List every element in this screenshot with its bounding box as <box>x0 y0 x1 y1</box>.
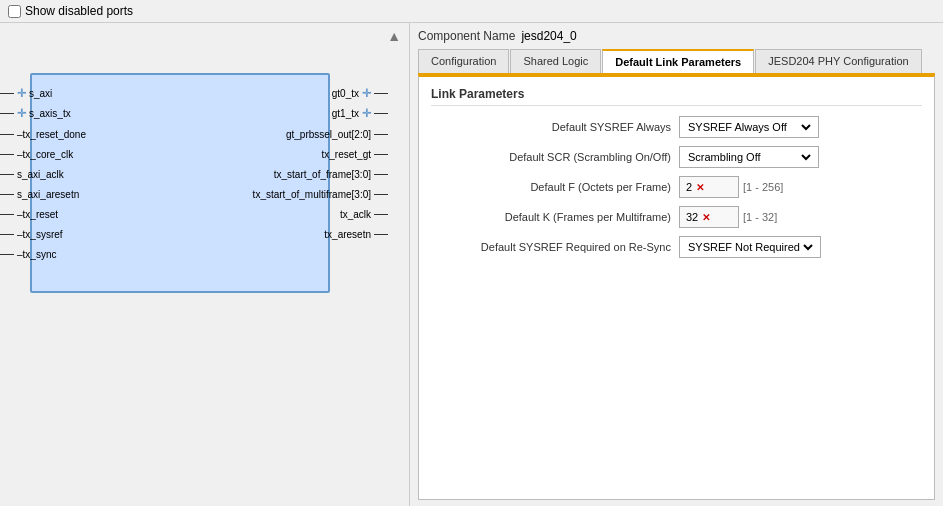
k-value: 32 <box>686 211 698 223</box>
f-input-box[interactable]: 2 ✕ <box>679 176 739 198</box>
port-tx-start-of-frame: tx_start_of_frame[3:0] <box>274 169 388 180</box>
param-control-k: 32 ✕ [1 - 32] <box>679 206 777 228</box>
port-tx-sysref: –tx_sysref <box>0 229 63 240</box>
f-clear-btn[interactable]: ✕ <box>696 182 704 193</box>
scr-select-box[interactable]: Scrambling Off Scrambling On <box>679 146 819 168</box>
param-control-scr: Scrambling Off Scrambling On <box>679 146 819 168</box>
param-control-f: 2 ✕ [1 - 256] <box>679 176 783 198</box>
top-bar: Show disabled ports <box>0 0 943 23</box>
k-range-hint: [1 - 32] <box>743 211 777 223</box>
port-tx-reset: –tx_reset <box>0 209 58 220</box>
component-name-row: Component Name jesd204_0 <box>418 29 935 43</box>
f-value: 2 <box>686 181 692 193</box>
port-tx-core-clk: –tx_core_clk <box>0 149 73 160</box>
param-row-sysref-resync: Default SYSREF Required on Re-Sync SYSRE… <box>431 236 922 258</box>
tabs-bar: Configuration Shared Logic Default Link … <box>418 49 935 75</box>
param-control-sysref-resync: SYSREF Not Required SYSREF Required <box>679 236 821 258</box>
sysref-resync-select[interactable]: SYSREF Not Required SYSREF Required <box>684 240 816 254</box>
show-disabled-ports-label: Show disabled ports <box>25 4 133 18</box>
tab-configuration[interactable]: Configuration <box>418 49 509 73</box>
param-label-f: Default F (Octets per Frame) <box>431 181 671 193</box>
param-row-f: Default F (Octets per Frame) 2 ✕ [1 - 25… <box>431 176 922 198</box>
sysref-resync-select-box[interactable]: SYSREF Not Required SYSREF Required <box>679 236 821 258</box>
sysref-always-select[interactable]: SYSREF Always Off SYSREF Always On <box>684 120 814 134</box>
param-row-scr: Default SCR (Scrambling On/Off) Scrambli… <box>431 146 922 168</box>
param-label-scr: Default SCR (Scrambling On/Off) <box>431 151 671 163</box>
scroll-up-arrow[interactable]: ▲ <box>387 28 401 44</box>
param-label-k: Default K (Frames per Multiframe) <box>431 211 671 223</box>
show-disabled-ports-row: Show disabled ports <box>8 4 133 18</box>
tab-default-link-parameters[interactable]: Default Link Parameters <box>602 49 754 73</box>
port-gt-prbssel-out: gt_prbssel_out[2:0] <box>286 129 388 140</box>
param-label-sysref-resync: Default SYSREF Required on Re-Sync <box>431 241 671 253</box>
left-panel: ▲ ▶ ◀ ✛ s_axi <box>0 23 410 506</box>
main-content: ▲ ▶ ◀ ✛ s_axi <box>0 23 943 506</box>
f-range-hint: [1 - 256] <box>743 181 783 193</box>
scr-select[interactable]: Scrambling Off Scrambling On <box>684 150 814 164</box>
k-clear-btn[interactable]: ✕ <box>702 212 710 223</box>
section-title: Link Parameters <box>431 87 922 106</box>
config-panel: Link Parameters Default SYSREF Always SY… <box>418 75 935 500</box>
param-row-sysref-always: Default SYSREF Always SYSREF Always Off … <box>431 116 922 138</box>
port-s-axi: ✛ s_axi <box>0 87 52 100</box>
port-tx-start-of-multiframe: tx_start_of_multiframe[3:0] <box>253 189 388 200</box>
port-s-axi-aclk: s_axi_aclk <box>0 169 64 180</box>
port-tx-aclk: tx_aclk <box>340 209 388 220</box>
port-tx-reset-gt: tx_reset_gt <box>322 149 388 160</box>
sysref-always-select-box[interactable]: SYSREF Always Off SYSREF Always On <box>679 116 819 138</box>
param-control-sysref-always: SYSREF Always Off SYSREF Always On <box>679 116 819 138</box>
component-name-label: Component Name <box>418 29 515 43</box>
block-diagram: ▶ ◀ ✛ s_axi ✛ s_axis_tx <box>30 73 350 313</box>
port-gt1-tx: gt1_tx ✛ <box>332 107 388 120</box>
param-row-k: Default K (Frames per Multiframe) 32 ✕ [… <box>431 206 922 228</box>
k-input-box[interactable]: 32 ✕ <box>679 206 739 228</box>
port-s-axis-tx: ✛ s_axis_tx <box>0 107 71 120</box>
right-panel: Component Name jesd204_0 Configuration S… <box>410 23 943 506</box>
port-s-axi-aresetn: s_axi_aresetn <box>0 189 79 200</box>
component-name-value: jesd204_0 <box>521 29 576 43</box>
tab-jesd204-phy[interactable]: JESD204 PHY Configuration <box>755 49 921 73</box>
param-label-sysref-always: Default SYSREF Always <box>431 121 671 133</box>
tab-shared-logic[interactable]: Shared Logic <box>510 49 601 73</box>
port-tx-aresetn: tx_aresetn <box>324 229 388 240</box>
show-disabled-ports-checkbox[interactable] <box>8 5 21 18</box>
port-tx-sync: –tx_sync <box>0 249 56 260</box>
port-tx-reset-done: –tx_reset_done <box>0 129 86 140</box>
port-gt0-tx: gt0_tx ✛ <box>332 87 388 100</box>
component-block: ✛ s_axi ✛ s_axis_tx –tx_reset_done <box>30 73 330 293</box>
